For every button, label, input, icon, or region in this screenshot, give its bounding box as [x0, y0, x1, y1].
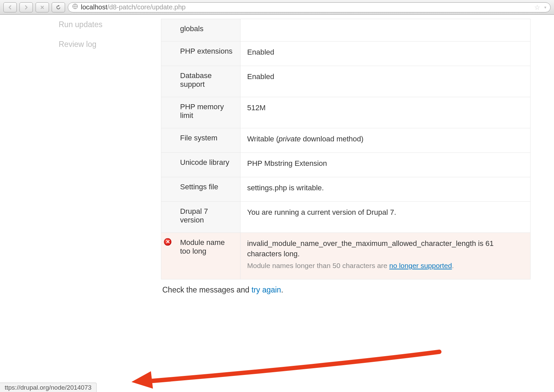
table-row: Drupal 7 versionYou are running a curren… [161, 202, 530, 233]
page-body: Run updates Review log globalsPHP extens… [0, 15, 554, 295]
row-icon-cell [161, 97, 173, 128]
row-label: Settings file [173, 177, 240, 202]
row-icon-cell [161, 42, 173, 66]
table-row: Unicode libraryPHP Mbstring Extension [161, 153, 530, 177]
table-row: ✕Module name too longinvalid_module_name… [161, 233, 530, 279]
row-value-text: 512M [247, 104, 266, 112]
sidebar-item-label: Run updates [59, 20, 102, 29]
table-row: PHP memory limit512M [161, 97, 530, 128]
error-icon: ✕ [164, 238, 171, 246]
row-icon-cell [161, 66, 173, 97]
globe-icon [72, 3, 78, 11]
forward-button[interactable] [19, 2, 33, 12]
table-row: PHP extensionsEnabled [161, 42, 530, 66]
row-label: Database support [173, 66, 240, 97]
row-value: settings.php is writable. [240, 177, 530, 202]
row-value-text: settings.php is writable. [247, 184, 324, 192]
sidebar-item-label: Review log [59, 40, 97, 49]
row-value-text: invalid_module_name_over_the_maximum_all… [247, 239, 494, 258]
main-content: globalsPHP extensionsEnabledDatabase sup… [161, 19, 554, 295]
url-dropdown-icon[interactable]: ▾ [544, 5, 546, 10]
row-icon-cell [161, 128, 173, 153]
browser-toolbar: localhost/d8-patch/core/update.php ☆ ▾ [0, 0, 554, 15]
row-value: Enabled [240, 66, 530, 97]
url-text: localhost/d8-patch/core/update.php [81, 3, 532, 11]
row-label: Drupal 7 version [173, 202, 240, 233]
row-value-text: PHP Mbstring Extension [247, 159, 327, 168]
row-value-text: You are running a current version of Dru… [247, 208, 396, 216]
row-value-em: private [279, 135, 301, 143]
requirements-table: globalsPHP extensionsEnabledDatabase sup… [161, 19, 531, 279]
row-value: 512M [240, 97, 530, 128]
annotation-arrow [127, 348, 446, 389]
row-label: PHP extensions [173, 42, 240, 66]
url-bar[interactable]: localhost/d8-patch/core/update.php ☆ ▾ [68, 2, 551, 12]
try-again-link[interactable]: try again [252, 285, 281, 294]
row-value: invalid_module_name_over_the_maximum_all… [240, 233, 530, 279]
row-icon-cell [161, 19, 173, 42]
table-row: File systemWritable (private download me… [161, 128, 530, 153]
row-value: Writable (private download method) [240, 128, 530, 153]
bottom-post: . [281, 285, 283, 294]
no-longer-supported-link[interactable]: no longer supported [389, 262, 452, 269]
row-icon-cell [161, 202, 173, 233]
status-bar: ttps://drupal.org/node/2014073 [0, 383, 97, 392]
url-path: /d8-patch/core/update.php [107, 3, 186, 11]
row-value-text: Enabled [247, 72, 274, 81]
row-value: You are running a current version of Dru… [240, 202, 530, 233]
row-value-pre: Writable ( [247, 135, 279, 143]
bottom-pre: Check the messages and [162, 285, 252, 294]
row-sub-pre: Module names longer than 50 characters a… [247, 262, 389, 269]
row-label: Module name too long [173, 233, 240, 279]
back-button[interactable] [3, 2, 17, 12]
row-value-post: download method) [301, 135, 364, 143]
row-value: PHP Mbstring Extension [240, 153, 530, 177]
table-row: Database supportEnabled [161, 66, 530, 97]
row-value-text: Enabled [247, 48, 274, 56]
reload-button[interactable] [52, 2, 65, 12]
table-row: Settings filesettings.php is writable. [161, 177, 530, 202]
row-label: PHP memory limit [173, 97, 240, 128]
status-url: ttps://drupal.org/node/2014073 [5, 384, 92, 391]
sidebar-item-review-log[interactable]: Review log [59, 39, 161, 58]
row-icon-cell: ✕ [161, 233, 173, 279]
sidebar: Run updates Review log [0, 19, 161, 295]
table-row: globals [161, 19, 530, 42]
row-label: Unicode library [173, 153, 240, 177]
stop-button[interactable] [36, 2, 49, 12]
row-icon-cell [161, 153, 173, 177]
bookmark-star-icon[interactable]: ☆ [534, 3, 540, 11]
bottom-message: Check the messages and try again. [161, 279, 531, 295]
row-value: Enabled [240, 42, 530, 66]
row-label: globals [173, 19, 240, 42]
row-label: File system [173, 128, 240, 153]
url-host: localhost [81, 3, 107, 11]
row-sub-post: . [452, 262, 454, 269]
row-subtext: Module names longer than 50 characters a… [247, 261, 523, 271]
row-icon-cell [161, 177, 173, 202]
row-value [240, 19, 530, 42]
sidebar-item-run-updates[interactable]: Run updates [59, 19, 161, 39]
